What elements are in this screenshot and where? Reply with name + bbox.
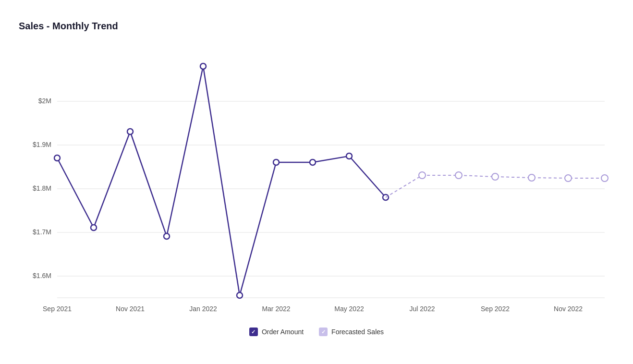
svg-point-30	[455, 172, 462, 179]
legend-item-order-amount: ✓ Order Amount	[249, 328, 304, 336]
svg-text:$1.8M: $1.8M	[33, 184, 51, 192]
svg-point-20	[91, 225, 97, 231]
legend-label-forecasted-sales: Forecasted Sales	[331, 328, 384, 336]
svg-point-21	[127, 129, 133, 134]
svg-text:Sep 2021: Sep 2021	[43, 305, 72, 313]
svg-point-24	[237, 292, 243, 298]
chart-area: $2M $1.9M $1.8M $1.7M $1.6M Sep 2021 Nov…	[19, 43, 614, 322]
svg-point-25	[273, 159, 279, 165]
svg-point-34	[601, 175, 608, 182]
chart-title: Sales - Monthly Trend	[19, 21, 614, 32]
svg-point-31	[492, 173, 499, 180]
svg-text:May 2022: May 2022	[334, 305, 364, 313]
svg-point-27	[346, 153, 352, 159]
svg-text:Mar 2022: Mar 2022	[262, 305, 290, 313]
svg-text:Nov 2022: Nov 2022	[554, 305, 583, 313]
svg-text:Sep 2022: Sep 2022	[481, 305, 510, 313]
chart-legend: ✓ Order Amount ✓ Forecasted Sales	[19, 328, 614, 336]
svg-point-23	[200, 63, 206, 69]
legend-check-forecasted: ✓	[321, 329, 326, 335]
svg-point-26	[310, 159, 316, 165]
legend-item-forecasted-sales: ✓ Forecasted Sales	[319, 328, 384, 336]
legend-check-order: ✓	[251, 329, 256, 335]
svg-text:Jan 2022: Jan 2022	[189, 305, 217, 313]
svg-text:$1.6M: $1.6M	[33, 272, 51, 279]
svg-text:$1.7M: $1.7M	[33, 228, 51, 236]
svg-text:$1.9M: $1.9M	[33, 141, 51, 148]
svg-point-29	[419, 172, 426, 179]
svg-text:Jul 2022: Jul 2022	[410, 305, 435, 313]
legend-box-order-amount: ✓	[249, 328, 258, 336]
chart-svg: $2M $1.9M $1.8M $1.7M $1.6M Sep 2021 Nov…	[19, 43, 614, 322]
svg-point-22	[164, 233, 170, 239]
legend-box-forecasted: ✓	[319, 328, 328, 336]
svg-point-32	[528, 174, 535, 181]
legend-label-order-amount: Order Amount	[262, 328, 304, 336]
svg-text:$2M: $2M	[38, 97, 51, 105]
svg-text:Nov 2021: Nov 2021	[116, 305, 145, 313]
chart-container: Sales - Monthly Trend $2M $1.9M $1.8M $1…	[9, 9, 624, 355]
svg-point-33	[565, 175, 572, 182]
svg-point-19	[54, 155, 60, 161]
